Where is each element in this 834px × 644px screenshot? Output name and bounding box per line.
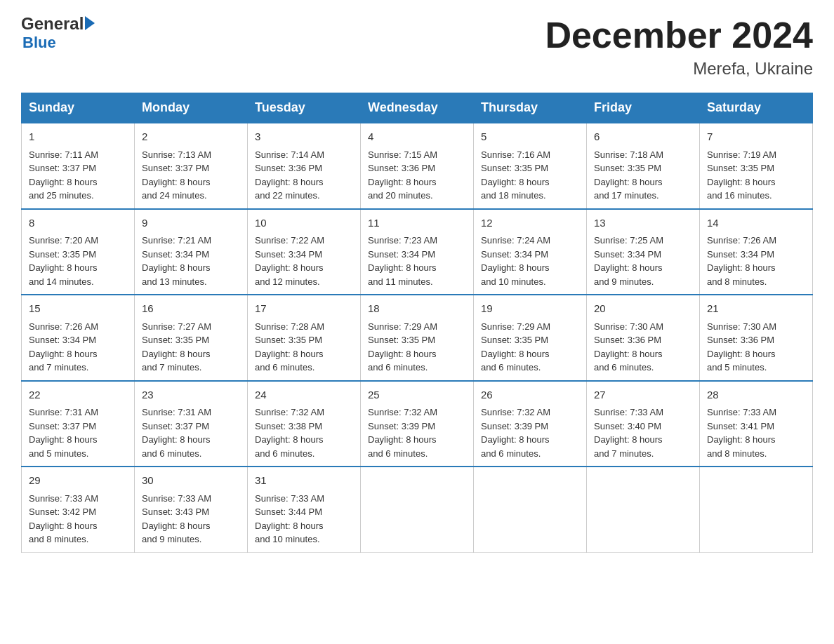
calendar-cell: 7Sunrise: 7:19 AM Sunset: 3:35 PM Daylig… [700, 123, 813, 209]
day-info: Sunrise: 7:14 AM Sunset: 3:36 PM Dayligh… [255, 148, 353, 203]
calendar-cell: 17Sunrise: 7:28 AM Sunset: 3:35 PM Dayli… [248, 295, 361, 381]
calendar-cell: 26Sunrise: 7:32 AM Sunset: 3:39 PM Dayli… [474, 381, 587, 467]
calendar-cell: 30Sunrise: 7:33 AM Sunset: 3:43 PM Dayli… [135, 467, 248, 552]
title-block: December 2024 Merefa, Ukraine [545, 14, 813, 79]
day-info: Sunrise: 7:28 AM Sunset: 3:35 PM Dayligh… [255, 320, 353, 375]
day-number: 24 [255, 387, 353, 403]
day-number: 26 [481, 387, 579, 403]
day-number: 31 [255, 473, 353, 489]
day-number: 2 [142, 129, 240, 145]
calendar-cell: 9Sunrise: 7:21 AM Sunset: 3:34 PM Daylig… [135, 209, 248, 295]
day-number: 17 [255, 301, 353, 317]
day-info: Sunrise: 7:18 AM Sunset: 3:35 PM Dayligh… [594, 148, 692, 203]
day-info: Sunrise: 7:24 AM Sunset: 3:34 PM Dayligh… [481, 234, 579, 288]
day-info: Sunrise: 7:33 AM Sunset: 3:40 PM Dayligh… [594, 405, 692, 460]
calendar-cell: 31Sunrise: 7:33 AM Sunset: 3:44 PM Dayli… [248, 467, 361, 552]
calendar-cell: 25Sunrise: 7:32 AM Sunset: 3:39 PM Dayli… [361, 381, 474, 467]
day-info: Sunrise: 7:22 AM Sunset: 3:34 PM Dayligh… [255, 234, 353, 288]
day-info: Sunrise: 7:27 AM Sunset: 3:35 PM Dayligh… [142, 320, 240, 375]
day-info: Sunrise: 7:32 AM Sunset: 3:39 PM Dayligh… [368, 405, 466, 460]
calendar-cell: 11Sunrise: 7:23 AM Sunset: 3:34 PM Dayli… [361, 209, 474, 295]
day-number: 19 [481, 301, 579, 317]
calendar-week-row: 15Sunrise: 7:26 AM Sunset: 3:34 PM Dayli… [22, 295, 813, 381]
day-number: 13 [594, 215, 692, 232]
day-number: 9 [142, 215, 240, 232]
calendar-cell: 14Sunrise: 7:26 AM Sunset: 3:34 PM Dayli… [700, 209, 813, 295]
calendar-cell: 4Sunrise: 7:15 AM Sunset: 3:36 PM Daylig… [361, 123, 474, 209]
page-header: General Blue December 2024 Merefa, Ukrai… [21, 14, 813, 79]
calendar-cell: 2Sunrise: 7:13 AM Sunset: 3:37 PM Daylig… [135, 123, 248, 209]
day-info: Sunrise: 7:20 AM Sunset: 3:35 PM Dayligh… [29, 234, 127, 288]
calendar-week-row: 1Sunrise: 7:11 AM Sunset: 3:37 PM Daylig… [22, 123, 813, 209]
location-title: Merefa, Ukraine [545, 59, 813, 79]
day-number: 7 [707, 129, 805, 145]
day-info: Sunrise: 7:33 AM Sunset: 3:42 PM Dayligh… [29, 492, 127, 546]
day-info: Sunrise: 7:15 AM Sunset: 3:36 PM Dayligh… [368, 148, 466, 203]
header-tuesday: Tuesday [248, 93, 361, 123]
day-info: Sunrise: 7:29 AM Sunset: 3:35 PM Dayligh… [481, 320, 579, 375]
header-thursday: Thursday [474, 93, 587, 123]
day-info: Sunrise: 7:25 AM Sunset: 3:34 PM Dayligh… [594, 234, 692, 288]
calendar-table: SundayMondayTuesdayWednesdayThursdayFrid… [21, 93, 813, 553]
day-number: 11 [368, 215, 466, 232]
logo-general-text: General [21, 14, 84, 34]
calendar-cell: 13Sunrise: 7:25 AM Sunset: 3:34 PM Dayli… [587, 209, 700, 295]
day-info: Sunrise: 7:33 AM Sunset: 3:43 PM Dayligh… [142, 492, 240, 546]
day-info: Sunrise: 7:30 AM Sunset: 3:36 PM Dayligh… [707, 320, 805, 375]
header-monday: Monday [135, 93, 248, 123]
day-info: Sunrise: 7:32 AM Sunset: 3:38 PM Dayligh… [255, 405, 353, 460]
calendar-cell: 3Sunrise: 7:14 AM Sunset: 3:36 PM Daylig… [248, 123, 361, 209]
day-info: Sunrise: 7:29 AM Sunset: 3:35 PM Dayligh… [368, 320, 466, 375]
day-number: 28 [707, 387, 805, 403]
calendar-cell: 10Sunrise: 7:22 AM Sunset: 3:34 PM Dayli… [248, 209, 361, 295]
day-number: 23 [142, 387, 240, 403]
day-info: Sunrise: 7:31 AM Sunset: 3:37 PM Dayligh… [142, 405, 240, 460]
logo: General Blue [21, 14, 95, 52]
calendar-cell: 1Sunrise: 7:11 AM Sunset: 3:37 PM Daylig… [22, 123, 135, 209]
day-info: Sunrise: 7:11 AM Sunset: 3:37 PM Dayligh… [29, 148, 127, 203]
calendar-cell [587, 467, 700, 552]
day-info: Sunrise: 7:13 AM Sunset: 3:37 PM Dayligh… [142, 148, 240, 203]
calendar-cell: 15Sunrise: 7:26 AM Sunset: 3:34 PM Dayli… [22, 295, 135, 381]
calendar-cell: 16Sunrise: 7:27 AM Sunset: 3:35 PM Dayli… [135, 295, 248, 381]
day-info: Sunrise: 7:30 AM Sunset: 3:36 PM Dayligh… [594, 320, 692, 375]
day-number: 3 [255, 129, 353, 145]
calendar-cell: 8Sunrise: 7:20 AM Sunset: 3:35 PM Daylig… [22, 209, 135, 295]
calendar-cell [361, 467, 474, 552]
header-saturday: Saturday [700, 93, 813, 123]
calendar-cell: 18Sunrise: 7:29 AM Sunset: 3:35 PM Dayli… [361, 295, 474, 381]
calendar-week-row: 22Sunrise: 7:31 AM Sunset: 3:37 PM Dayli… [22, 381, 813, 467]
calendar-cell [474, 467, 587, 552]
logo-blue-text: Blue [22, 34, 95, 52]
day-number: 20 [594, 301, 692, 317]
calendar-cell: 5Sunrise: 7:16 AM Sunset: 3:35 PM Daylig… [474, 123, 587, 209]
month-title: December 2024 [545, 14, 813, 56]
day-number: 15 [29, 301, 127, 317]
calendar-header-row: SundayMondayTuesdayWednesdayThursdayFrid… [22, 93, 813, 123]
day-info: Sunrise: 7:26 AM Sunset: 3:34 PM Dayligh… [707, 234, 805, 288]
calendar-cell: 21Sunrise: 7:30 AM Sunset: 3:36 PM Dayli… [700, 295, 813, 381]
calendar-cell: 23Sunrise: 7:31 AM Sunset: 3:37 PM Dayli… [135, 381, 248, 467]
day-number: 22 [29, 387, 127, 403]
day-number: 5 [481, 129, 579, 145]
day-info: Sunrise: 7:33 AM Sunset: 3:41 PM Dayligh… [707, 405, 805, 460]
calendar-week-row: 29Sunrise: 7:33 AM Sunset: 3:42 PM Dayli… [22, 467, 813, 552]
day-info: Sunrise: 7:16 AM Sunset: 3:35 PM Dayligh… [481, 148, 579, 203]
calendar-cell: 29Sunrise: 7:33 AM Sunset: 3:42 PM Dayli… [22, 467, 135, 552]
header-wednesday: Wednesday [361, 93, 474, 123]
day-number: 27 [594, 387, 692, 403]
day-info: Sunrise: 7:33 AM Sunset: 3:44 PM Dayligh… [255, 492, 353, 546]
calendar-cell: 22Sunrise: 7:31 AM Sunset: 3:37 PM Dayli… [22, 381, 135, 467]
day-info: Sunrise: 7:32 AM Sunset: 3:39 PM Dayligh… [481, 405, 579, 460]
day-number: 6 [594, 129, 692, 145]
day-number: 14 [707, 215, 805, 232]
header-sunday: Sunday [22, 93, 135, 123]
calendar-cell: 28Sunrise: 7:33 AM Sunset: 3:41 PM Dayli… [700, 381, 813, 467]
day-info: Sunrise: 7:31 AM Sunset: 3:37 PM Dayligh… [29, 405, 127, 460]
day-number: 30 [142, 473, 240, 489]
header-friday: Friday [587, 93, 700, 123]
day-info: Sunrise: 7:19 AM Sunset: 3:35 PM Dayligh… [707, 148, 805, 203]
day-number: 29 [29, 473, 127, 489]
day-number: 18 [368, 301, 466, 317]
day-number: 25 [368, 387, 466, 403]
